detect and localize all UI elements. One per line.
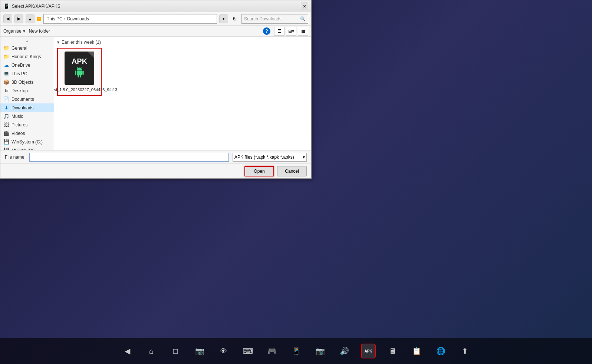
open-button[interactable]: Open [244, 166, 274, 176]
drive-icon-mydisk: 💾 [3, 148, 9, 150]
sidebar-label-documents: Documents [11, 97, 34, 102]
cloud-icon-onedrive: ☁ [3, 62, 9, 68]
view-dropdown: ⊞▾ [286, 27, 296, 36]
sidebar-item-thispc[interactable]: 💻 This PC [0, 69, 54, 78]
section-label: Earlier this week (1) [62, 40, 101, 45]
back-button[interactable]: ◀ [3, 14, 12, 23]
emulator-screen: ▼ 10:31 🔍 UU Booster Pokémon GO [312, 0, 592, 364]
sidebar-label-onedrive: OneDrive [11, 63, 30, 68]
sidebar-item-downloads[interactable]: ⬇ Downloads [0, 103, 54, 112]
sidebar-label-thispc: This PC [11, 71, 27, 76]
sidebar-item-pictures[interactable]: 🖼 Pictures [0, 120, 54, 129]
file-name-label: yslzmcsf_1.5.0_20230227_064426_9fa13 [54, 87, 117, 92]
filetype-label: APK files (*.apk *.xapk *.apks) [234, 155, 294, 160]
dock-share-button[interactable]: ⬆ [457, 344, 472, 358]
sidebar-label-winsystem: WinSystem (C:) [11, 139, 43, 145]
view-toggle-area: ☰ ⊞▾ ▦ [274, 27, 308, 36]
folder-icon-videos: 🎬 [3, 130, 9, 136]
dock-network-button[interactable]: 🌐 [433, 344, 448, 358]
dock-mobile-button[interactable]: 📱 [289, 344, 303, 358]
section-header-earlier[interactable]: ▾ Earlier this week (1) [57, 40, 308, 45]
breadcrumb-bar: This PC › Downloads [43, 14, 217, 24]
sidebar-item-documents[interactable]: 📄 Documents [0, 95, 54, 103]
section-collapse-icon: ▾ [57, 40, 59, 45]
forward-button[interactable]: ▶ [14, 14, 23, 23]
dialog-sidebar: ▲ 📁 General 📁 Honor of Kings ☁ OneDrive … [0, 37, 54, 150]
cancel-label: Cancel [285, 169, 299, 174]
sidebar-label-honor: Honor of Kings [11, 54, 41, 59]
organise-arrow: ▾ [23, 29, 25, 34]
up-button[interactable]: ▲ [26, 14, 34, 23]
view-list-button[interactable]: ▦ [298, 27, 308, 36]
dialog-body: ▲ 📁 General 📁 Honor of Kings ☁ OneDrive … [0, 37, 311, 150]
sidebar-label-desktop: Desktop [11, 88, 28, 93]
dock-apk-button[interactable]: APK [361, 344, 376, 358]
folder-icon-music: 🎵 [3, 113, 9, 119]
apk-fold-corner [88, 52, 94, 58]
dialog-title-bar: 📱 Select APK/XAPK/APKS ✕ [0, 0, 311, 12]
dropdown-arrow: ▾ [303, 155, 305, 160]
dialog-filename-row: File name: APK files (*.apk *.xapk *.apk… [0, 150, 311, 163]
sidebar-item-3dobjects[interactable]: 📦 3D Objects [0, 78, 54, 86]
search-box[interactable]: Search Downloads 🔍 [241, 14, 308, 24]
new-folder-label: New folder [29, 29, 50, 34]
dock-home-button[interactable]: ⌂ [144, 344, 159, 358]
dock-display-button[interactable]: 🖥 [385, 344, 400, 358]
sidebar-label-pictures: Pictures [11, 122, 27, 128]
apk-text: APK [72, 57, 87, 66]
new-folder-button[interactable]: New folder [29, 29, 50, 34]
dock-camera-button[interactable]: 📷 [192, 344, 207, 358]
dialog-toolbar: ◀ ▶ ▲ → This PC › Downloads ▾ ↻ Search D… [0, 12, 311, 26]
folder-icon-pictures: 🖼 [3, 122, 9, 128]
file-item-apk[interactable]: APK yslzmcsf_1.5.0_20230227_064426_9fa13 [57, 48, 102, 96]
breadcrumb-part-downloads[interactable]: Downloads [67, 16, 89, 21]
breadcrumb-part-thispc[interactable]: This PC [47, 16, 63, 21]
help-button[interactable]: ? [263, 27, 270, 35]
sidebar-label-downloads: Downloads [11, 105, 33, 110]
cancel-button[interactable]: Cancel [277, 166, 307, 176]
dialog-title-text: Select APK/XAPK/APKS [12, 4, 60, 9]
organise-label: Organise [3, 29, 22, 34]
sidebar-label-videos: Videos [11, 131, 25, 136]
sidebar-scroll-up[interactable]: ▲ [0, 38, 54, 44]
organise-button[interactable]: Organise ▾ [3, 29, 25, 34]
sidebar-item-onedrive[interactable]: ☁ OneDrive [0, 61, 54, 69]
breadcrumb-dropdown[interactable]: ▾ [219, 14, 228, 23]
dialog-title-left: 📱 Select APK/XAPK/APKS [3, 3, 60, 9]
drive-icon-winsystem: 💾 [3, 139, 9, 145]
sidebar-item-mydisk[interactable]: 💾 MyDisk (D:) [0, 146, 54, 150]
view-details-button[interactable]: ☰ [274, 27, 285, 36]
dock-volume-button[interactable]: 🔊 [337, 344, 352, 358]
dock-keyboard-button[interactable]: ⌨ [240, 344, 255, 358]
view-icon-button[interactable]: ⊞▾ [286, 27, 296, 36]
sidebar-item-desktop[interactable]: 🖥 Desktop [0, 86, 54, 95]
file-dialog: 📱 Select APK/XAPK/APKS ✕ ◀ ▶ ▲ → This PC… [0, 0, 312, 179]
dock-gamepad-button[interactable]: 🎮 [264, 344, 279, 358]
filetype-dropdown[interactable]: APK files (*.apk *.xapk *.apks) ▾ [233, 153, 307, 162]
location-arrow: → [37, 17, 41, 21]
sidebar-item-videos[interactable]: 🎬 Videos [0, 129, 54, 138]
open-label: Open [254, 169, 264, 174]
organise-bar: Organise ▾ New folder ? ☰ ⊞▾ ▦ [0, 26, 311, 37]
bottom-dock: ◀ ⌂ □ 📷 👁 ⌨ 🎮 📱 📷 🔊 APK 🖥 📋 🌐 ⬆ [0, 338, 592, 364]
sidebar-item-music[interactable]: 🎵 Music [0, 112, 54, 120]
dialog-apk-icon: 📱 [3, 3, 10, 9]
filename-label: File name: [5, 155, 26, 160]
android-logo [74, 67, 85, 80]
dialog-content: ▾ Earlier this week (1) APK yslzmcsf_1.5… [54, 37, 311, 150]
dock-list-button[interactable]: 📋 [409, 344, 424, 358]
sidebar-label-general: General [11, 46, 27, 51]
dock-screenshot-button[interactable]: 📷 [313, 344, 328, 358]
dialog-close-button[interactable]: ✕ [301, 3, 308, 10]
apk-icon: APK [65, 52, 94, 85]
refresh-button[interactable]: ↻ [230, 14, 239, 23]
dock-eye-button[interactable]: 👁 [216, 344, 231, 358]
dock-screen-button[interactable]: □ [168, 344, 183, 358]
sidebar-item-general[interactable]: 📁 General [0, 44, 54, 52]
folder-icon-honor: 📁 [3, 54, 9, 59]
folder-icon-desktop: 🖥 [3, 88, 9, 93]
sidebar-item-honor[interactable]: 📁 Honor of Kings [0, 52, 54, 61]
dock-back-button[interactable]: ◀ [120, 344, 135, 358]
filename-input[interactable] [29, 153, 229, 162]
sidebar-item-winsystem[interactable]: 💾 WinSystem (C:) [0, 138, 54, 146]
